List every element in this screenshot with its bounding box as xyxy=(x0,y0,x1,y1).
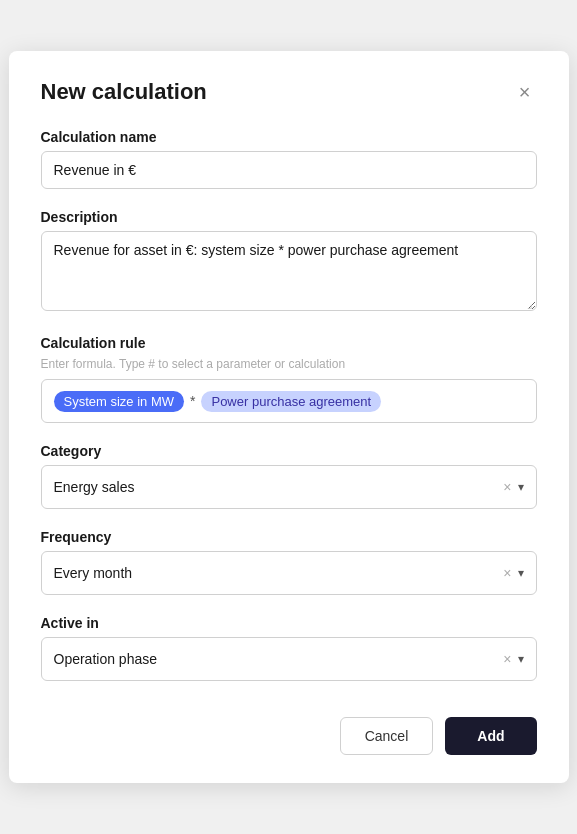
frequency-controls: × ▾ xyxy=(503,566,523,580)
category-chevron-icon[interactable]: ▾ xyxy=(518,480,524,494)
calc-rule-hint: Enter formula. Type # to select a parame… xyxy=(41,357,537,371)
category-value: Energy sales xyxy=(54,479,135,495)
modal-footer: Cancel Add xyxy=(41,709,537,755)
category-field: Category Energy sales × ▾ xyxy=(41,443,537,509)
frequency-label: Frequency xyxy=(41,529,537,545)
formula-box[interactable]: System size in MW * Power purchase agree… xyxy=(41,379,537,423)
description-input[interactable]: Revenue for asset in €: system size * po… xyxy=(41,231,537,311)
frequency-value: Every month xyxy=(54,565,133,581)
calc-name-label: Calculation name xyxy=(41,129,537,145)
formula-operator: * xyxy=(190,393,195,409)
close-button[interactable]: × xyxy=(513,80,537,104)
formula-tag-ppa[interactable]: Power purchase agreement xyxy=(201,391,381,412)
modal-overlay: New calculation × Calculation name Descr… xyxy=(0,0,577,834)
description-wrapper: Revenue for asset in €: system size * po… xyxy=(41,231,537,315)
description-label: Description xyxy=(41,209,537,225)
category-select[interactable]: Energy sales × ▾ xyxy=(41,465,537,509)
description-field: Description Revenue for asset in €: syst… xyxy=(41,209,537,315)
frequency-chevron-icon[interactable]: ▾ xyxy=(518,566,524,580)
active-in-select[interactable]: Operation phase × ▾ xyxy=(41,637,537,681)
calc-rule-label: Calculation rule xyxy=(41,335,537,351)
category-controls: × ▾ xyxy=(503,480,523,494)
calc-rule-field: Calculation rule Enter formula. Type # t… xyxy=(41,335,537,423)
frequency-select[interactable]: Every month × ▾ xyxy=(41,551,537,595)
active-in-value: Operation phase xyxy=(54,651,158,667)
category-label: Category xyxy=(41,443,537,459)
active-in-chevron-icon[interactable]: ▾ xyxy=(518,652,524,666)
active-in-label: Active in xyxy=(41,615,537,631)
active-in-clear-icon[interactable]: × xyxy=(503,652,511,666)
cancel-button[interactable]: Cancel xyxy=(340,717,434,755)
active-in-controls: × ▾ xyxy=(503,652,523,666)
category-clear-icon[interactable]: × xyxy=(503,480,511,494)
calc-name-field: Calculation name xyxy=(41,129,537,189)
calc-name-input[interactable] xyxy=(41,151,537,189)
active-in-field: Active in Operation phase × ▾ xyxy=(41,615,537,681)
modal-header: New calculation × xyxy=(41,79,537,105)
formula-tag-system-size[interactable]: System size in MW xyxy=(54,391,185,412)
modal-title: New calculation xyxy=(41,79,207,105)
frequency-field: Frequency Every month × ▾ xyxy=(41,529,537,595)
resize-handle-icon: ⌟ xyxy=(527,297,533,311)
modal-dialog: New calculation × Calculation name Descr… xyxy=(9,51,569,783)
frequency-clear-icon[interactable]: × xyxy=(503,566,511,580)
add-button[interactable]: Add xyxy=(445,717,536,755)
